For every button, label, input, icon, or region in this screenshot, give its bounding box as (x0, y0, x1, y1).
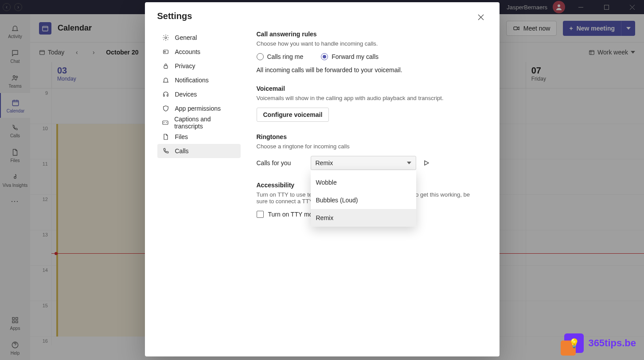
close-icon (478, 14, 484, 20)
settings-content: Call answering rules Choose how you want… (246, 31, 500, 356)
nav-general[interactable]: General (157, 31, 241, 45)
watermark-icon: 💡 (564, 333, 584, 353)
phone-icon (162, 147, 170, 155)
svg-rect-19 (163, 95, 164, 97)
dropdown-menu: Wobble Bubbles (Loud) Remix (311, 170, 416, 227)
dropdown-value: Remix (316, 159, 333, 166)
section-heading: Ringtones (257, 133, 482, 140)
nav-permissions[interactable]: App permissions (157, 101, 241, 116)
radio-icon (321, 53, 328, 60)
svg-rect-18 (164, 66, 168, 68)
lock-icon (162, 62, 170, 70)
nav-label: Notifications (175, 77, 209, 84)
nav-label: General (175, 34, 197, 41)
ringtone-dropdown[interactable]: Remix Wobble Bubbles (Loud) Remix (311, 156, 416, 170)
shield-icon (162, 105, 170, 112)
radio-icon (257, 53, 264, 60)
dropdown-option-partial[interactable] (311, 170, 416, 174)
section-subtext: Choose a ringtone for incoming calls (257, 143, 482, 150)
nav-privacy[interactable]: Privacy (157, 59, 241, 73)
checkbox-icon (257, 211, 264, 218)
account-icon (162, 48, 170, 55)
nav-label: Accounts (175, 48, 201, 55)
svg-point-15 (165, 37, 167, 39)
radio-label: Calls ring me (267, 53, 304, 60)
svg-rect-20 (167, 95, 168, 97)
svg-rect-21 (163, 121, 168, 124)
radio-calls-ring[interactable]: Calls ring me (257, 53, 304, 60)
watermark-text: 365tips.be (588, 337, 636, 349)
bell-icon (162, 77, 170, 84)
modal-title: Settings (157, 11, 192, 21)
settings-modal: Settings General Accounts Privacy Notifi… (145, 2, 500, 356)
nav-devices[interactable]: Devices (157, 87, 241, 101)
settings-nav: General Accounts Privacy Notifications D… (157, 31, 246, 356)
dropdown-option[interactable]: Remix (311, 209, 416, 227)
configure-voicemail-button[interactable]: Configure voicemail (257, 108, 329, 122)
radio-label: Forward my calls (332, 53, 379, 60)
nav-accounts[interactable]: Accounts (157, 45, 241, 59)
ringtone-label: Calls for you (257, 159, 304, 166)
captions-icon (162, 119, 169, 126)
radio-forward-calls[interactable]: Forward my calls (321, 53, 379, 60)
forward-message: All incoming calls will be forwarded to … (257, 66, 482, 74)
nav-label: Captions and transcripts (174, 116, 236, 130)
nav-captions[interactable]: Captions and transcripts (157, 116, 241, 130)
modal-overlay: Settings General Accounts Privacy Notifi… (0, 0, 644, 360)
nav-label: Files (175, 133, 188, 140)
close-button[interactable] (475, 11, 487, 23)
chevron-down-icon (407, 162, 411, 164)
watermark: 💡 365tips.be (564, 333, 636, 353)
section-subtext: Choose how you want to handle incoming c… (257, 40, 482, 47)
headset-icon (162, 91, 170, 98)
nav-label: App permissions (175, 105, 221, 112)
nav-label: Devices (175, 91, 197, 98)
nav-files[interactable]: Files (157, 130, 241, 144)
nav-calls[interactable]: Calls (157, 144, 241, 158)
play-ringtone-button[interactable] (422, 159, 430, 167)
section-heading: Voicemail (257, 85, 482, 92)
file-icon (162, 133, 170, 140)
gear-icon (162, 34, 170, 41)
dropdown-option[interactable]: Wobble (311, 174, 416, 191)
dropdown-option[interactable]: Bubbles (Loud) (311, 191, 416, 209)
section-heading: Call answering rules (257, 31, 482, 38)
section-subtext: Voicemails will show in the calling app … (257, 95, 482, 101)
play-icon (423, 160, 429, 166)
nav-label: Privacy (175, 62, 195, 70)
nav-notifications[interactable]: Notifications (157, 73, 241, 87)
svg-point-17 (164, 51, 165, 53)
nav-label: Calls (175, 147, 189, 155)
